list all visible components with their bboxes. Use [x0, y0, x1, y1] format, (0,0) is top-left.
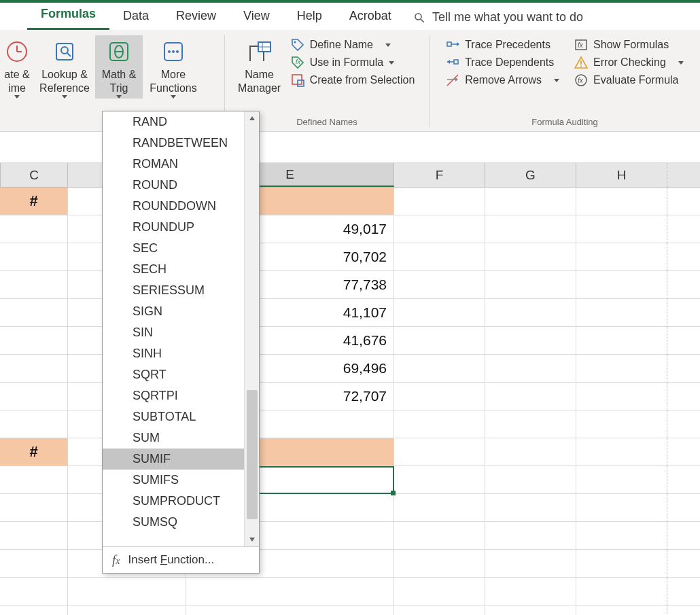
cell[interactable] — [186, 605, 394, 615]
scroll-thumb[interactable] — [247, 390, 258, 519]
math-trig-button[interactable]: Math & Trig — [95, 35, 143, 99]
cell[interactable] — [0, 578, 68, 605]
cell[interactable] — [394, 355, 485, 383]
cell[interactable] — [667, 355, 700, 383]
function-list[interactable]: RAND RANDBETWEEN ROMAN ROUND ROUNDDOWN R… — [103, 111, 259, 546]
fn-sin[interactable]: SIN — [103, 322, 259, 343]
cell[interactable] — [394, 243, 485, 271]
cell[interactable] — [68, 605, 186, 615]
cell[interactable] — [485, 410, 576, 438]
fn-sumproduct[interactable]: SUMPRODUCT — [103, 491, 259, 512]
cell[interactable] — [576, 327, 667, 355]
fn-roman[interactable]: ROMAN — [103, 154, 259, 175]
tab-formulas[interactable]: Formulas — [27, 1, 109, 30]
trace-dependents-button[interactable]: Trace Dependents — [446, 56, 559, 69]
create-from-selection-button[interactable]: Create from Selection — [291, 73, 415, 87]
cell[interactable] — [576, 215, 667, 243]
cell[interactable] — [394, 271, 485, 299]
cell[interactable] — [667, 299, 700, 327]
tab-acrobat[interactable]: Acrobat — [336, 3, 405, 30]
cell[interactable] — [394, 215, 485, 243]
fn-sumifs[interactable]: SUMIFS — [103, 470, 259, 491]
cell[interactable] — [576, 410, 667, 438]
cell[interactable] — [0, 410, 68, 438]
cell[interactable] — [394, 466, 485, 494]
cell[interactable] — [576, 438, 667, 466]
cell[interactable] — [0, 243, 68, 271]
cell[interactable] — [485, 271, 576, 299]
insert-function-button[interactable]: fx Insert Function... — [103, 546, 259, 573]
define-name-button[interactable]: Define Name — [291, 38, 415, 52]
cell[interactable] — [0, 466, 68, 494]
fn-seriessum[interactable]: SERIESSUM — [103, 280, 259, 301]
cell[interactable] — [576, 522, 667, 550]
cell[interactable] — [394, 438, 485, 466]
fn-sqrtpi[interactable]: SQRTPI — [103, 385, 259, 406]
cell[interactable] — [0, 522, 68, 550]
column-header-f[interactable]: F — [394, 163, 485, 187]
cell[interactable] — [667, 243, 700, 271]
cell[interactable] — [485, 188, 576, 215]
cell[interactable] — [394, 578, 485, 605]
cell[interactable] — [394, 550, 485, 578]
fn-sec[interactable]: SEC — [103, 238, 259, 259]
remove-arrows-button[interactable]: Remove Arrows — [446, 73, 559, 87]
cell[interactable] — [0, 494, 68, 522]
cell[interactable] — [485, 550, 576, 578]
cell[interactable] — [576, 578, 667, 605]
cell[interactable] — [667, 438, 700, 466]
cell[interactable] — [667, 466, 700, 494]
cell[interactable] — [667, 271, 700, 299]
more-functions-button[interactable]: More Functions — [143, 35, 204, 99]
cell[interactable] — [0, 383, 68, 410]
tell-me-search[interactable]: Tell me what you want to do — [405, 5, 591, 30]
cell[interactable] — [485, 215, 576, 243]
cell[interactable] — [68, 578, 186, 605]
cell[interactable] — [576, 243, 667, 271]
tab-help[interactable]: Help — [283, 3, 336, 30]
show-formulas-button[interactable]: fx Show Formulas — [574, 38, 684, 52]
cell[interactable] — [485, 578, 576, 605]
lookup-reference-button[interactable]: Lookup & Reference — [34, 35, 95, 99]
cell[interactable] — [394, 327, 485, 355]
error-checking-button[interactable]: Error Checking — [574, 56, 684, 69]
cell[interactable] — [667, 215, 700, 243]
cell[interactable] — [0, 605, 68, 615]
date-time-button[interactable]: ate & ime — [0, 35, 34, 99]
cell[interactable] — [394, 605, 485, 615]
fn-sqrt[interactable]: SQRT — [103, 364, 259, 385]
cell[interactable] — [667, 494, 700, 522]
cell[interactable] — [667, 383, 700, 410]
fn-subtotal[interactable]: SUBTOTAL — [103, 406, 259, 427]
fn-randbetween[interactable]: RANDBETWEEN — [103, 133, 259, 154]
fn-round[interactable]: ROUND — [103, 175, 259, 196]
tab-view[interactable]: View — [230, 3, 283, 30]
cell[interactable] — [576, 271, 667, 299]
cell[interactable] — [485, 466, 576, 494]
cell[interactable] — [485, 522, 576, 550]
dropdown-scrollbar[interactable] — [244, 111, 259, 546]
cell-c-header-2[interactable]: # — [0, 438, 68, 466]
fn-sech[interactable]: SECH — [103, 259, 259, 280]
cell[interactable] — [485, 494, 576, 522]
cell[interactable] — [394, 522, 485, 550]
cell[interactable] — [186, 578, 394, 605]
cell[interactable] — [667, 522, 700, 550]
cell[interactable] — [485, 438, 576, 466]
cell[interactable] — [394, 188, 485, 215]
cell[interactable] — [667, 550, 700, 578]
column-header-next[interactable] — [667, 163, 700, 187]
cell[interactable] — [576, 383, 667, 410]
cell[interactable] — [394, 383, 485, 410]
cell[interactable] — [576, 550, 667, 578]
fn-sumsq[interactable]: SUMSQ — [103, 512, 259, 533]
fn-roundup[interactable]: ROUNDUP — [103, 217, 259, 238]
column-header-h[interactable]: H — [576, 163, 667, 187]
cell[interactable] — [0, 550, 68, 578]
fn-sumif[interactable]: SUMIF — [103, 449, 259, 470]
cell[interactable] — [576, 299, 667, 327]
cell[interactable] — [485, 243, 576, 271]
fill-handle[interactable] — [391, 491, 396, 495]
column-header-g[interactable]: G — [485, 163, 576, 187]
cell[interactable] — [485, 355, 576, 383]
